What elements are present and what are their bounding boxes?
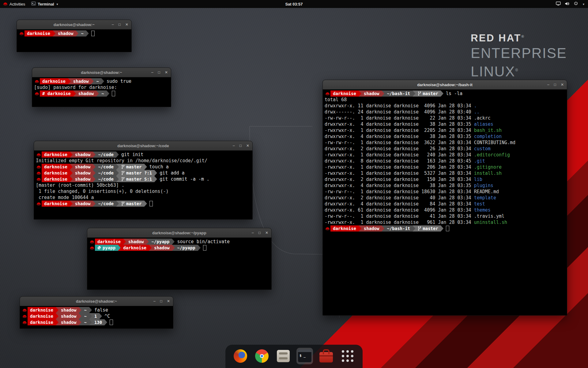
output-line: -rwxrwxr-x. 1 darknoise darknoise 2205 J…	[325, 127, 567, 133]
prompt-segment-host: shadow	[73, 170, 93, 176]
close-button[interactable]: ✕	[167, 299, 170, 303]
powerline-separator	[101, 78, 104, 84]
output-line: drwxrwxr-x. 2 darknoise darknoise 40 Jan…	[325, 195, 567, 201]
close-button[interactable]: ✕	[165, 71, 168, 74]
prompt-segment-user: darknoise	[42, 201, 70, 207]
maximize-button[interactable]: □	[119, 23, 121, 26]
powerline-separator	[89, 307, 92, 313]
activities-button[interactable]: Activities	[3, 2, 25, 6]
redhat-prompt-icon	[22, 309, 28, 312]
powerline-separator	[144, 201, 147, 207]
prompt-segment-host: shadow	[73, 164, 93, 170]
powerline-separator	[70, 176, 73, 182]
minimize-button[interactable]: –	[252, 231, 254, 235]
maximize-button[interactable]: □	[160, 299, 162, 303]
output-line: -rwxrwxr-x. 1 darknoise darknoise 206 Ja…	[325, 164, 567, 170]
prompt-segment-user: darknoise	[28, 307, 56, 313]
terminal-body[interactable]: darknoiseshadow~/bash-itmasterls -latota…	[323, 90, 567, 315]
powerline-separator	[56, 313, 58, 319]
terminal-body[interactable]: darknoiseshadow~	[17, 29, 131, 52]
app-menu-terminal[interactable]: Terminal ▾	[31, 2, 58, 6]
close-button[interactable]: ✕	[265, 231, 268, 235]
prompt-segment-user: darknoise	[121, 245, 149, 251]
titlebar[interactable]: darknoise@shadow:~/pyapp – □ ✕	[87, 228, 271, 238]
powerline-separator	[53, 30, 55, 36]
dock-toolbox[interactable]	[318, 348, 334, 364]
maximize-button[interactable]: □	[239, 144, 242, 148]
redhat-prompt-icon	[36, 153, 42, 156]
git-branch-icon	[418, 91, 421, 96]
dock-files[interactable]	[275, 348, 292, 364]
output-line: drwxrwxr-x. 4 darknoise darknoise 38 Jan…	[325, 133, 567, 140]
powerline-separator	[70, 201, 73, 207]
terminal-window-sudo: darknoise@shadow:~ – □ ✕ darknoiseshadow…	[32, 67, 171, 107]
top-bar: Activities Terminal ▾ Sat 03:57 ▾	[0, 0, 588, 8]
minimize-button[interactable]: –	[153, 299, 156, 303]
toolbox-icon	[319, 352, 333, 362]
git-branch-icon	[121, 165, 125, 169]
maximize-button[interactable]: □	[554, 83, 556, 86]
system-status-area[interactable]: ▾	[556, 1, 588, 7]
minimize-button[interactable]: –	[547, 83, 549, 86]
prompt-segment-path: ~/code	[96, 176, 116, 182]
prompt-line: darknoiseshadow~	[19, 30, 131, 36]
prompt-segment-host: shadow	[361, 90, 382, 97]
close-button[interactable]: ✕	[125, 23, 128, 26]
redhat-prompt-icon	[325, 92, 330, 95]
output-line: -rwxrwxr-x. 1 darknoise darknoise 240 Ja…	[325, 152, 567, 158]
powerline-separator	[116, 151, 119, 158]
dock-chrome[interactable]	[254, 348, 270, 364]
minimize-button[interactable]: –	[112, 23, 114, 26]
prompt-segment-user: darknoise	[330, 225, 359, 232]
prompt-segment-user: darknoise	[40, 78, 68, 84]
titlebar[interactable]: darknoise@shadow:~/bash-it – □ ✕	[323, 80, 567, 90]
terminal-body[interactable]: darknoiseshadow~sudo true[sudo] password…	[32, 77, 171, 106]
minimize-button[interactable]: –	[151, 71, 153, 74]
prompt-segment-user: darknoise	[95, 239, 123, 245]
maximize-button[interactable]: □	[158, 71, 160, 74]
powerline-separator	[93, 164, 96, 170]
titlebar[interactable]: darknoise@shadow:~ – □ ✕	[17, 20, 131, 29]
minimize-button[interactable]: –	[233, 144, 235, 148]
prompt-segment-path: ~/code	[96, 201, 116, 207]
terminal-window-code: darknoise@shadow:~/code – □ ✕ darknoises…	[34, 141, 253, 220]
git-branch-icon	[121, 201, 125, 206]
window-title: darknoise@shadow:~	[81, 70, 122, 75]
dock-show-applications[interactable]	[339, 348, 356, 364]
clock[interactable]: Sat 03:57	[285, 2, 303, 6]
app-grid-icon	[342, 350, 353, 362]
prompt-segment-path: ~	[81, 319, 89, 325]
terminal-cursor	[112, 91, 115, 96]
powerline-separator	[93, 201, 96, 207]
prompt-segment-user: darknoise	[42, 151, 70, 158]
prompt-segment-host: shadow	[58, 313, 79, 319]
close-button[interactable]: ✕	[561, 83, 564, 86]
prompt-line: darknoiseshadow~/codemaster S:1git commi…	[36, 176, 252, 182]
prompt-line: darknoiseshadow~/codemaster	[36, 201, 252, 207]
prompt-segment-user: darknoise	[42, 164, 70, 170]
prompt-segment-user: darknoise	[42, 170, 70, 176]
prompt-segment-user: darknoise	[24, 30, 53, 36]
output-line: 1 file changed, 0 insertions(+), 0 delet…	[36, 188, 252, 194]
prompt-line: darknoiseshadow~false	[22, 307, 173, 313]
prompt-segment-host: shadow	[73, 151, 93, 158]
maximize-button[interactable]: □	[258, 231, 261, 235]
powerline-separator	[104, 319, 107, 325]
redhat-logo-icon	[3, 2, 8, 6]
terminal-body[interactable]: darknoiseshadow~falsedarknoiseshadow~1^C…	[20, 306, 173, 328]
terminal-body[interactable]: darknoiseshadow~/pyappsource bin/activat…	[88, 238, 271, 289]
titlebar[interactable]: darknoise@shadow:~/code – □ ✕	[34, 141, 252, 151]
titlebar[interactable]: darknoise@shadow:~ – □ ✕	[32, 68, 171, 77]
redhat-prompt-icon	[89, 240, 95, 243]
powerline-separator	[172, 239, 175, 245]
terminal-body[interactable]: darknoiseshadow~/codegit initInitialized…	[34, 151, 252, 219]
powerline-separator	[70, 170, 73, 176]
powerline-separator	[68, 78, 71, 84]
prompt-line: darknoiseshadow~/bash-itmaster	[325, 225, 567, 232]
titlebar[interactable]: darknoise@shadow:~ – □ ✕	[20, 297, 173, 306]
dock-firefox[interactable]	[232, 348, 249, 364]
dock-terminal[interactable]	[296, 348, 313, 364]
redhat-prompt-icon	[22, 315, 28, 318]
powerline-separator	[441, 225, 443, 232]
close-button[interactable]: ✕	[246, 144, 249, 148]
